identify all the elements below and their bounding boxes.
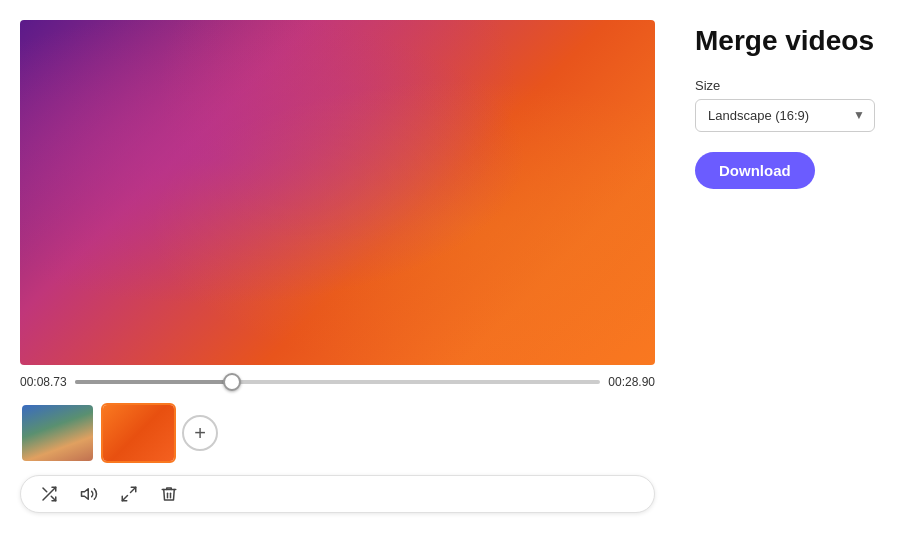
size-select-wrapper: Landscape (16:9) Portrait (9:16) Square … xyxy=(695,99,875,132)
thumbnail-1-image xyxy=(22,405,93,461)
size-select[interactable]: Landscape (16:9) Portrait (9:16) Square … xyxy=(695,99,875,132)
svg-marker-3 xyxy=(82,489,89,500)
total-time-label: 00:28.90 xyxy=(608,375,655,389)
thumbnail-1[interactable] xyxy=(20,403,95,463)
timeline-area: 00:08.73 00:28.90 xyxy=(20,375,655,389)
page-title: Merge videos xyxy=(695,24,897,58)
add-clip-button[interactable]: + xyxy=(182,415,218,451)
download-button[interactable]: Download xyxy=(695,152,815,189)
video-gradient-overlay xyxy=(20,20,655,365)
svg-line-2 xyxy=(43,488,47,492)
svg-line-4 xyxy=(131,487,136,492)
left-panel: 00:08.73 00:28.90 + xyxy=(0,0,675,559)
svg-line-5 xyxy=(122,496,127,501)
fit-icon[interactable] xyxy=(117,482,141,506)
video-preview xyxy=(20,20,655,365)
timeline-thumb[interactable] xyxy=(223,373,241,391)
delete-icon[interactable] xyxy=(157,482,181,506)
thumbnail-2[interactable] xyxy=(101,403,176,463)
size-label: Size xyxy=(695,78,897,93)
shuffle-icon[interactable] xyxy=(37,482,61,506)
current-time-label: 00:08.73 xyxy=(20,375,67,389)
timeline-track[interactable] xyxy=(75,380,601,384)
thumbnails-row: + xyxy=(20,403,655,463)
right-panel: Merge videos Size Landscape (16:9) Portr… xyxy=(675,0,917,559)
timeline-progress xyxy=(75,380,233,384)
thumbnail-2-image xyxy=(103,405,174,461)
toolbar xyxy=(20,475,655,513)
audio-icon[interactable] xyxy=(77,482,101,506)
